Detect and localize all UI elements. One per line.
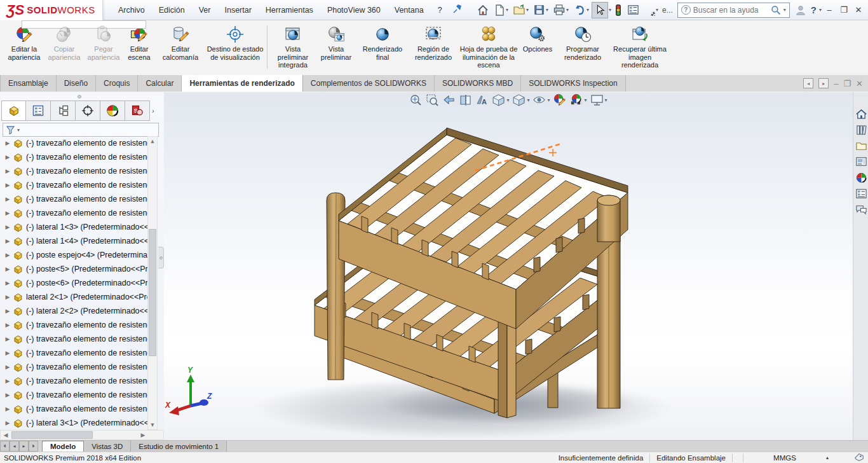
search-icon[interactable] xyxy=(771,5,781,15)
tab-croquis[interactable]: Croquis xyxy=(96,75,138,92)
tree-item[interactable]: ▶(-) lateral 1<4> (Predeterminado<<I xyxy=(0,234,147,248)
toolbar-overflow-label[interactable]: e... xyxy=(662,6,673,15)
expand-arrow-icon[interactable]: ▶ xyxy=(3,336,13,342)
search-input[interactable] xyxy=(693,6,768,15)
restore-button[interactable]: ❐ xyxy=(837,3,851,18)
recall-last-render-button[interactable]: Recuperar última imagen renderizada xyxy=(609,24,670,69)
help-button[interactable]: ? xyxy=(809,2,818,18)
tree-item[interactable]: ▶(-) poste<5> (Predeterminado<<Pre xyxy=(0,262,147,276)
expand-arrow-icon[interactable]: ▶ xyxy=(3,378,13,384)
tab-last-button[interactable]: ⏵ xyxy=(29,441,38,452)
tree-item[interactable]: ▶(-) travezaño elemento de resistenci xyxy=(0,318,147,332)
scroll-up-icon[interactable]: ▲ xyxy=(148,138,157,144)
expand-arrow-icon[interactable]: ▶ xyxy=(3,266,13,272)
dropdown-caret-icon[interactable]: ▾ xyxy=(656,7,658,13)
units-caret-icon[interactable]: ▴ xyxy=(826,455,829,460)
scrollbar-thumb[interactable] xyxy=(11,431,93,439)
pin-menu-icon[interactable] xyxy=(452,4,463,16)
panel-grip[interactable] xyxy=(0,92,164,100)
render-region-button[interactable]: Región de renderizado xyxy=(409,24,458,61)
file-explorer-icon[interactable] xyxy=(854,139,868,153)
appearances-scenes-icon[interactable] xyxy=(854,170,868,184)
menu-herramientas[interactable]: Herramientas xyxy=(259,3,320,17)
dropdown-caret-icon[interactable]: ▾ xyxy=(566,7,569,13)
display-state-target-button[interactable]: Destino de estado de visualización xyxy=(206,24,264,61)
close-button[interactable]: ✕ xyxy=(851,3,865,18)
edit-appearance-button[interactable]: Editar la apariencia xyxy=(4,24,44,61)
help-search-box[interactable]: ? ▾ xyxy=(677,3,790,18)
display-style-icon[interactable]: ▾ xyxy=(512,93,529,107)
expand-arrow-icon[interactable]: ▶ xyxy=(3,168,13,174)
menu-ayuda[interactable]: ? xyxy=(431,3,449,17)
tree-item[interactable]: ▶(-) travezaño elemento de resistenci xyxy=(0,164,147,178)
tree-item[interactable]: ▶(-) travezaño elemento de resistenci xyxy=(0,206,147,220)
expand-arrow-icon[interactable]: ▶ xyxy=(3,154,13,160)
tree-item[interactable]: ▶(-) travezaño elemento de resistenci xyxy=(0,150,147,164)
undo-button[interactable]: ▾ xyxy=(571,2,591,18)
expand-arrow-icon[interactable]: ▶ xyxy=(3,406,13,412)
tab-calcular[interactable]: Calcular xyxy=(138,75,182,92)
expand-arrow-icon[interactable]: ▶ xyxy=(3,420,13,426)
user-button[interactable] xyxy=(793,2,808,18)
collapse-right-pane-button[interactable]: ▸ xyxy=(818,78,829,88)
tree-item[interactable]: ▶(-) travezaño elemento de resistenci xyxy=(0,402,147,416)
scroll-left-icon[interactable]: ◀ xyxy=(2,432,10,438)
tab-vistas-3d[interactable]: Vistas 3D xyxy=(84,441,131,452)
tree-item[interactable]: ▶(-) travezaño elemento de resistenci xyxy=(0,178,147,192)
units-selector[interactable]: MMGS xyxy=(743,454,826,462)
tag-icon[interactable] xyxy=(854,453,864,463)
tab-ensamblaje[interactable]: Ensamblaje xyxy=(0,75,57,92)
menu-edicion[interactable]: Edición xyxy=(153,3,191,17)
tab-overflow-chevron[interactable]: › xyxy=(152,107,154,114)
tree-horizontal-scrollbar[interactable]: ◀ ▶ xyxy=(0,430,164,440)
final-render-button[interactable]: Renderizado final xyxy=(356,24,409,61)
dropdown-caret-icon[interactable]: ▾ xyxy=(506,97,509,103)
inspection-manager-tab[interactable]: S xyxy=(125,100,150,121)
dropdown-caret-icon[interactable]: ▾ xyxy=(546,7,548,13)
expand-arrow-icon[interactable]: ▶ xyxy=(3,238,13,244)
expand-arrow-icon[interactable]: ▶ xyxy=(3,294,13,300)
save-button[interactable]: ▾ xyxy=(531,2,550,18)
dropdown-caret-icon[interactable]: ▾ xyxy=(547,97,550,103)
home-icon[interactable] xyxy=(854,107,868,121)
zoom-area-icon[interactable] xyxy=(426,93,439,107)
section-view-icon[interactable] xyxy=(459,93,472,107)
edit-appearance-icon[interactable] xyxy=(553,93,567,107)
tree-item[interactable]: ▶(-) travezaño elemento de resistenci xyxy=(0,192,147,206)
menu-archivo[interactable]: Archivo xyxy=(112,3,151,17)
tab-estudio-de-movimiento[interactable]: Estudio de movimiento 1 xyxy=(131,441,227,452)
search-caret-icon[interactable]: ▾ xyxy=(783,7,786,13)
view-settings-icon[interactable]: ▾ xyxy=(590,93,607,107)
new-document-button[interactable]: ▾ xyxy=(492,2,510,18)
menu-insertar[interactable]: Insertar xyxy=(218,3,257,17)
dropdown-caret-icon[interactable]: ▾ xyxy=(526,7,529,13)
expand-arrow-icon[interactable]: ▶ xyxy=(3,252,13,258)
menu-ver[interactable]: Ver xyxy=(193,3,217,17)
configurationmanager-tab[interactable] xyxy=(51,100,76,121)
view-palette-icon[interactable] xyxy=(854,155,868,169)
tree-item[interactable]: ▶(-) travezaño elemento de resistenci xyxy=(0,332,147,346)
expand-arrow-icon[interactable]: ▶ xyxy=(3,308,13,314)
dropdown-caret-icon[interactable]: ▾ xyxy=(585,97,587,103)
tree-item[interactable]: ▶(-) lateral 2<2> (Predeterminado<<I xyxy=(0,304,147,318)
dropdown-caret-icon[interactable]: ▾ xyxy=(527,97,529,103)
open-button[interactable]: ▾ xyxy=(511,2,531,18)
dropdown-caret-icon[interactable]: ▾ xyxy=(506,7,508,13)
tab-prev-button[interactable]: ◂ xyxy=(10,441,19,452)
minimize-button[interactable]: – xyxy=(822,3,836,18)
tree-filter-bar[interactable]: ▾ xyxy=(3,123,159,137)
tab-complementos-solidworks[interactable]: Complementos de SOLIDWORKS xyxy=(303,75,435,92)
graphics-viewport[interactable]: Y X Z A ▾ ▾ ▾ ▾ ▾ xyxy=(164,92,853,440)
expand-arrow-icon[interactable]: ▶ xyxy=(3,140,13,146)
model-right-post-top[interactable] xyxy=(597,195,620,242)
tree-vertical-scrollbar[interactable]: ▲ ▼ xyxy=(147,136,158,430)
apply-scene-icon[interactable]: ▾ xyxy=(570,93,587,107)
tree-item[interactable]: ▶(-) poste espejo<4> (Predeterminad xyxy=(0,248,147,262)
dimxpertmanager-tab[interactable] xyxy=(76,100,100,121)
tree-item[interactable]: ▶(-) travezaño elemento de resistenci xyxy=(0,360,147,374)
edit-scene-button[interactable]: Editar escena xyxy=(123,24,155,61)
scroll-right-icon[interactable]: ▶ xyxy=(139,432,147,438)
expand-arrow-icon[interactable]: ▶ xyxy=(3,224,13,230)
scrollbar-thumb[interactable] xyxy=(149,229,156,356)
displaymanager-tab[interactable] xyxy=(100,100,125,121)
